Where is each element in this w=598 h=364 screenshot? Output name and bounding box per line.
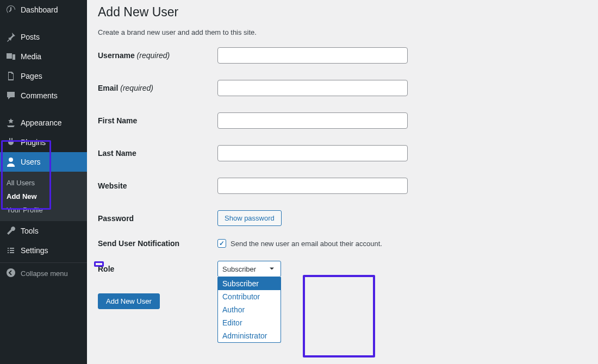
sidebar-item-tools[interactable]: Tools xyxy=(0,221,87,241)
notify-checkbox-label: Send the new user an email about their a… xyxy=(231,240,382,248)
pin-icon xyxy=(5,32,16,42)
sidebar-item-label: Posts xyxy=(21,33,40,41)
page-title: Add New User xyxy=(98,0,587,22)
sidebar-item-label: Pages xyxy=(21,72,42,80)
role-option-administrator[interactable]: Administrator xyxy=(218,329,281,342)
admin-sidebar: Dashboard Posts Media Pages Comments App… xyxy=(0,0,87,364)
sidebar-item-label: Appearance xyxy=(21,118,62,127)
sidebar-item-plugins[interactable]: Plugins xyxy=(0,133,87,152)
sidebar-item-label: Media xyxy=(21,52,41,61)
firstname-label: First Name xyxy=(98,116,217,125)
sidebar-item-pages[interactable]: Pages xyxy=(0,66,87,86)
role-select-display[interactable]: Subscriber xyxy=(217,261,281,277)
annotation-dropdown-highlight xyxy=(303,275,375,357)
role-select[interactable]: Subscriber Subscriber Contributor Author… xyxy=(217,261,281,277)
collapse-label: Collapse menu xyxy=(21,269,68,278)
comments-icon xyxy=(5,90,16,101)
role-dropdown: Subscriber Contributor Author Editor Adm… xyxy=(217,277,281,343)
appearance-icon xyxy=(5,117,16,128)
sidebar-item-label: Plugins xyxy=(21,138,46,147)
lastname-label: Last Name xyxy=(98,149,217,158)
sidebar-item-label: Dashboard xyxy=(21,5,58,14)
add-new-user-button[interactable]: Add New User xyxy=(98,293,160,309)
sidebar-item-settings[interactable]: Settings xyxy=(0,241,87,260)
username-input[interactable] xyxy=(217,47,408,64)
lastname-input[interactable] xyxy=(217,145,408,161)
notify-checkbox-wrap: ✓ Send the new user an email about their… xyxy=(217,239,382,248)
sidebar-item-comments[interactable]: Comments xyxy=(0,86,87,105)
sidebar-submenu-users: All Users Add New Your Profile xyxy=(0,172,87,221)
show-password-button[interactable]: Show password xyxy=(217,210,282,226)
password-label: Password xyxy=(98,214,217,223)
sidebar-item-appearance[interactable]: Appearance xyxy=(0,113,87,133)
notify-checkbox[interactable]: ✓ xyxy=(217,239,226,248)
role-option-subscriber[interactable]: Subscriber xyxy=(218,277,281,290)
notify-label: Send User Notification xyxy=(98,239,217,248)
sidebar-item-label: Users xyxy=(21,158,41,166)
sidebar-item-users[interactable]: Users xyxy=(0,152,87,172)
role-option-author[interactable]: Author xyxy=(218,303,281,316)
submenu-item-your-profile[interactable]: Your Profile xyxy=(0,203,87,217)
svg-point-0 xyxy=(7,268,15,277)
collapse-menu-button[interactable]: Collapse menu xyxy=(0,262,87,284)
plugins-icon xyxy=(5,137,16,148)
submenu-item-add-new[interactable]: Add New xyxy=(0,190,87,203)
email-input[interactable] xyxy=(217,80,408,96)
website-label: Website xyxy=(98,181,217,190)
role-option-editor[interactable]: Editor xyxy=(218,316,281,329)
website-input[interactable] xyxy=(217,178,408,194)
role-option-contributor[interactable]: Contributor xyxy=(218,290,281,303)
main-content: Add New User Create a brand new user and… xyxy=(87,0,598,364)
sidebar-item-label: Settings xyxy=(21,246,48,255)
dashboard-icon xyxy=(5,4,16,15)
sidebar-item-media[interactable]: Media xyxy=(0,47,87,66)
users-icon xyxy=(5,156,16,167)
submenu-item-all-users[interactable]: All Users xyxy=(0,176,87,190)
pages-icon xyxy=(5,71,16,81)
firstname-input[interactable] xyxy=(217,112,408,129)
sidebar-item-posts[interactable]: Posts xyxy=(0,27,87,47)
sidebar-item-dashboard[interactable]: Dashboard xyxy=(0,0,87,20)
chevron-down-icon xyxy=(267,265,276,273)
page-description: Create a brand new user and add them to … xyxy=(98,28,587,36)
collapse-icon xyxy=(5,267,16,280)
username-label: Username (required) xyxy=(98,51,217,60)
media-icon xyxy=(5,51,16,62)
settings-icon xyxy=(5,245,16,256)
sidebar-item-label: Tools xyxy=(21,227,39,235)
sidebar-item-label: Comments xyxy=(21,91,58,100)
tools-icon xyxy=(5,225,16,236)
email-label: Email (required) xyxy=(98,84,217,92)
role-label: Role xyxy=(98,265,217,273)
